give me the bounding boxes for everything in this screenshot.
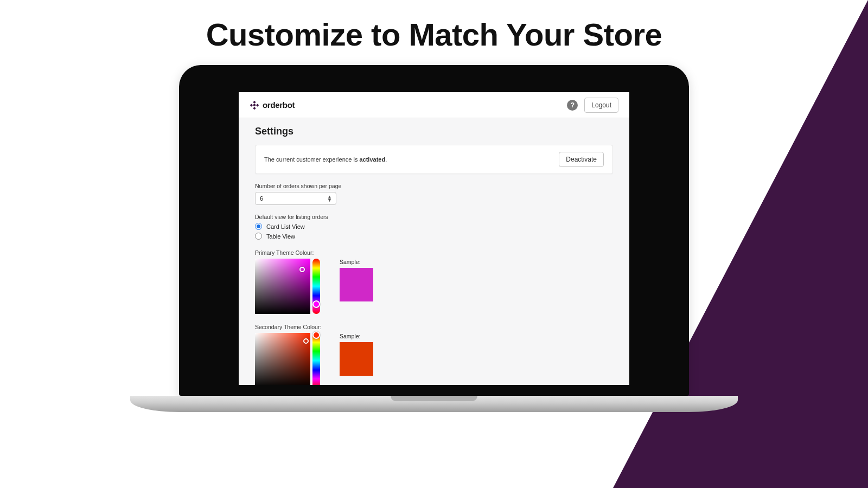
- primary-colour-picker-row: Sample:: [255, 259, 613, 314]
- secondary-sv-panel[interactable]: [255, 333, 310, 385]
- secondary-colour-picker-row: Sample:: [255, 333, 613, 385]
- orders-per-page-select[interactable]: 6 ▲▼: [255, 192, 336, 205]
- page-title: Settings: [255, 126, 613, 137]
- brand: orderbot: [250, 100, 295, 110]
- secondary-swatch: [340, 342, 373, 376]
- settings-page: Settings The current customer experience…: [239, 118, 629, 385]
- orders-per-page-label: Number of orders shown per page: [255, 183, 613, 189]
- sv-black-overlay: [255, 333, 310, 385]
- primary-swatch: [340, 268, 373, 301]
- help-icon[interactable]: ?: [567, 100, 578, 111]
- secondary-sv-handle[interactable]: [303, 338, 309, 344]
- primary-hue-slider[interactable]: [312, 259, 320, 314]
- deactivate-button[interactable]: Deactivate: [559, 152, 604, 167]
- orderbot-logo-icon: [250, 100, 259, 110]
- primary-hue-handle[interactable]: [312, 300, 320, 308]
- status-prefix: The current customer experience is: [264, 156, 359, 163]
- laptop-notch: [391, 396, 477, 401]
- radio-table-view[interactable]: Table View: [255, 233, 613, 240]
- secondary-sample-label: Sample:: [340, 333, 373, 339]
- activation-status-card: The current customer experience is activ…: [255, 145, 613, 174]
- secondary-colour-label: Secondary Theme Colour:: [255, 324, 613, 330]
- laptop-base: [130, 396, 738, 412]
- secondary-sample: Sample:: [340, 333, 373, 376]
- laptop-mockup: orderbot ? Logout Settings The current c…: [179, 65, 689, 412]
- orders-per-page-value[interactable]: 6: [255, 192, 336, 205]
- radio-label: Card List View: [266, 223, 305, 230]
- primary-sv-panel[interactable]: [255, 259, 310, 314]
- primary-colour-picker: [255, 259, 320, 314]
- brand-name: orderbot: [263, 100, 295, 110]
- status-state: activated: [359, 156, 385, 163]
- status-suffix: .: [385, 156, 387, 163]
- svg-point-0: [253, 104, 256, 106]
- app-screen: orderbot ? Logout Settings The current c…: [239, 92, 629, 385]
- secondary-hue-handle[interactable]: [312, 331, 320, 339]
- primary-sample-label: Sample:: [340, 259, 373, 265]
- activation-status-text: The current customer experience is activ…: [264, 156, 387, 163]
- secondary-colour-picker: [255, 333, 320, 385]
- radio-card-list-view[interactable]: Card List View: [255, 223, 613, 230]
- radio-label: Table View: [266, 233, 295, 240]
- default-view-label: Default view for listing orders: [255, 214, 613, 220]
- radio-icon: [255, 223, 262, 230]
- radio-icon: [255, 233, 262, 240]
- marketing-headline: Customize to Match Your Store: [0, 16, 868, 53]
- secondary-hue-slider[interactable]: [312, 333, 320, 385]
- laptop-lid: orderbot ? Logout Settings The current c…: [179, 65, 689, 396]
- top-bar: orderbot ? Logout: [239, 92, 629, 118]
- top-actions: ? Logout: [567, 98, 618, 113]
- logout-button[interactable]: Logout: [584, 98, 618, 113]
- primary-colour-label: Primary Theme Colour:: [255, 249, 613, 256]
- primary-sample: Sample:: [340, 259, 373, 301]
- default-view-group: Default view for listing orders Card Lis…: [255, 214, 613, 240]
- primary-sv-handle[interactable]: [299, 267, 305, 272]
